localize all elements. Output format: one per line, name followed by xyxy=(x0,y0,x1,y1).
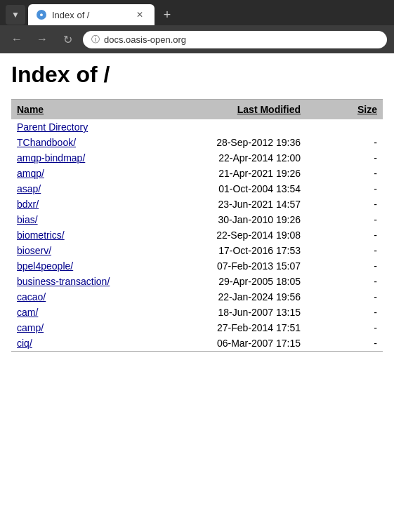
col-header-name: Name xyxy=(11,100,166,119)
file-modified-cell: 06-Mar-2007 17:15 xyxy=(166,335,306,351)
file-name-cell: cacao/ xyxy=(11,289,166,305)
file-modified-cell: 30-Jan-2010 19:26 xyxy=(166,212,306,227)
file-name-cell: ciq/ xyxy=(11,335,166,351)
file-name-cell: Parent Directory xyxy=(11,119,166,135)
file-modified-cell: 18-Jun-2007 13:15 xyxy=(166,305,306,320)
file-size-cell: - xyxy=(306,135,383,150)
file-name-cell: cam/ xyxy=(11,305,166,320)
table-row: camp/27-Feb-2014 17:51- xyxy=(11,320,383,335)
file-name-cell: camp/ xyxy=(11,320,166,335)
file-size-cell: - xyxy=(306,197,383,212)
file-name-cell: business-transaction/ xyxy=(11,274,166,289)
forward-button[interactable]: → xyxy=(32,29,52,49)
table-row: amqp-bindmap/22-Apr-2014 12:00- xyxy=(11,150,383,166)
table-header-row: Name Last Modified Size xyxy=(11,100,383,119)
file-link[interactable]: asap/ xyxy=(17,183,41,194)
file-link[interactable]: cam/ xyxy=(17,307,38,318)
table-row: biometrics/22-Sep-2014 19:08- xyxy=(11,227,383,243)
file-name-cell: biometrics/ xyxy=(11,227,166,243)
col-header-modified: Last Modified xyxy=(166,100,306,119)
url-text: docs.oasis-open.org xyxy=(104,34,379,45)
file-link[interactable]: amqp/ xyxy=(17,168,44,179)
file-link[interactable]: cacao/ xyxy=(17,291,46,302)
file-link[interactable]: bias/ xyxy=(17,214,38,225)
table-row: amqp/21-Apr-2021 19:26- xyxy=(11,166,383,181)
table-row: asap/01-Oct-2004 13:54- xyxy=(11,181,383,197)
tab-bar: ▼ ● Index of / ✕ + xyxy=(0,0,394,25)
table-row: TChandbook/28-Sep-2012 19:36- xyxy=(11,135,383,150)
active-tab[interactable]: ● Index of / ✕ xyxy=(28,4,155,25)
browser-chrome: ▼ ● Index of / ✕ + ← → ↻ ⓘ docs.oasis-op… xyxy=(0,0,394,53)
file-modified-cell: 22-Apr-2014 12:00 xyxy=(166,150,306,166)
file-modified-cell: 07-Feb-2013 15:07 xyxy=(166,258,306,274)
file-link[interactable]: bdxr/ xyxy=(17,199,39,210)
tab-favicon: ● xyxy=(37,10,46,20)
tab-title: Index of / xyxy=(52,10,128,20)
file-modified-cell: 17-Oct-2016 17:53 xyxy=(166,243,306,258)
tab-close-button[interactable]: ✕ xyxy=(133,8,146,21)
table-row: bdxr/23-Jun-2021 14:57- xyxy=(11,197,383,212)
tab-dropdown-button[interactable]: ▼ xyxy=(6,5,25,25)
file-listing-table: Name Last Modified Size Parent Directory… xyxy=(11,100,383,351)
table-row: Parent Directory xyxy=(11,119,383,135)
file-modified-cell: 23-Jun-2021 14:57 xyxy=(166,197,306,212)
reload-button[interactable]: ↻ xyxy=(58,29,77,49)
file-link[interactable]: Parent Directory xyxy=(17,121,88,133)
file-link[interactable]: TChandbook/ xyxy=(17,137,76,148)
table-row: ciq/06-Mar-2007 17:15- xyxy=(11,335,383,351)
file-name-cell: amqp-bindmap/ xyxy=(11,150,166,166)
file-link[interactable]: business-transaction/ xyxy=(17,276,110,287)
file-modified-cell: 22-Jan-2024 19:56 xyxy=(166,289,306,305)
sort-by-name-link[interactable]: Name xyxy=(17,104,44,115)
address-bar[interactable]: ⓘ docs.oasis-open.org xyxy=(83,31,387,48)
file-modified-cell: 27-Feb-2014 17:51 xyxy=(166,320,306,335)
file-name-cell: bioserv/ xyxy=(11,243,166,258)
new-tab-button[interactable]: + xyxy=(157,5,177,25)
file-size-cell: - xyxy=(306,258,383,274)
file-size-cell: - xyxy=(306,212,383,227)
file-link[interactable]: biometrics/ xyxy=(17,230,65,241)
file-modified-cell: 21-Apr-2021 19:26 xyxy=(166,166,306,181)
page-title: Index of / xyxy=(11,62,383,88)
sort-by-size-link[interactable]: Size xyxy=(357,104,377,115)
file-name-cell: bias/ xyxy=(11,212,166,227)
file-size-cell: - xyxy=(306,150,383,166)
col-header-size: Size xyxy=(306,100,383,119)
file-size-cell: - xyxy=(306,305,383,320)
file-link[interactable]: bpel4people/ xyxy=(17,260,73,272)
file-name-cell: TChandbook/ xyxy=(11,135,166,150)
security-icon: ⓘ xyxy=(91,34,100,46)
file-modified-cell: 22-Sep-2014 19:08 xyxy=(166,227,306,243)
file-size-cell: - xyxy=(306,274,383,289)
file-table-body: Parent DirectoryTChandbook/28-Sep-2012 1… xyxy=(11,119,383,351)
file-size-cell: - xyxy=(306,181,383,197)
page-content: Index of / Name Last Modified Size Paren… xyxy=(0,53,394,496)
file-modified-cell: 28-Sep-2012 19:36 xyxy=(166,135,306,150)
file-size-cell: - xyxy=(306,289,383,305)
file-link[interactable]: bioserv/ xyxy=(17,245,51,256)
file-name-cell: bpel4people/ xyxy=(11,258,166,274)
file-modified-cell: 01-Oct-2004 13:54 xyxy=(166,181,306,197)
file-link[interactable]: ciq/ xyxy=(17,338,32,349)
sort-by-modified-link[interactable]: Last Modified xyxy=(237,104,301,115)
file-name-cell: asap/ xyxy=(11,181,166,197)
table-row: bpel4people/07-Feb-2013 15:07- xyxy=(11,258,383,274)
table-row: bioserv/17-Oct-2016 17:53- xyxy=(11,243,383,258)
file-size-cell: - xyxy=(306,227,383,243)
table-row: bias/30-Jan-2010 19:26- xyxy=(11,212,383,227)
file-link[interactable]: camp/ xyxy=(17,322,44,333)
file-size-cell: - xyxy=(306,335,383,351)
navigation-bar: ← → ↻ ⓘ docs.oasis-open.org xyxy=(0,25,394,53)
table-row: cam/18-Jun-2007 13:15- xyxy=(11,305,383,320)
file-size-cell: - xyxy=(306,243,383,258)
file-name-cell: bdxr/ xyxy=(11,197,166,212)
file-link[interactable]: amqp-bindmap/ xyxy=(17,152,85,164)
table-row: business-transaction/29-Apr-2005 18:05- xyxy=(11,274,383,289)
file-modified-cell xyxy=(166,119,306,135)
file-modified-cell: 29-Apr-2005 18:05 xyxy=(166,274,306,289)
file-size-cell: - xyxy=(306,166,383,181)
back-button[interactable]: ← xyxy=(7,29,27,49)
bottom-divider xyxy=(11,351,383,352)
file-size-cell xyxy=(306,119,383,135)
file-name-cell: amqp/ xyxy=(11,166,166,181)
